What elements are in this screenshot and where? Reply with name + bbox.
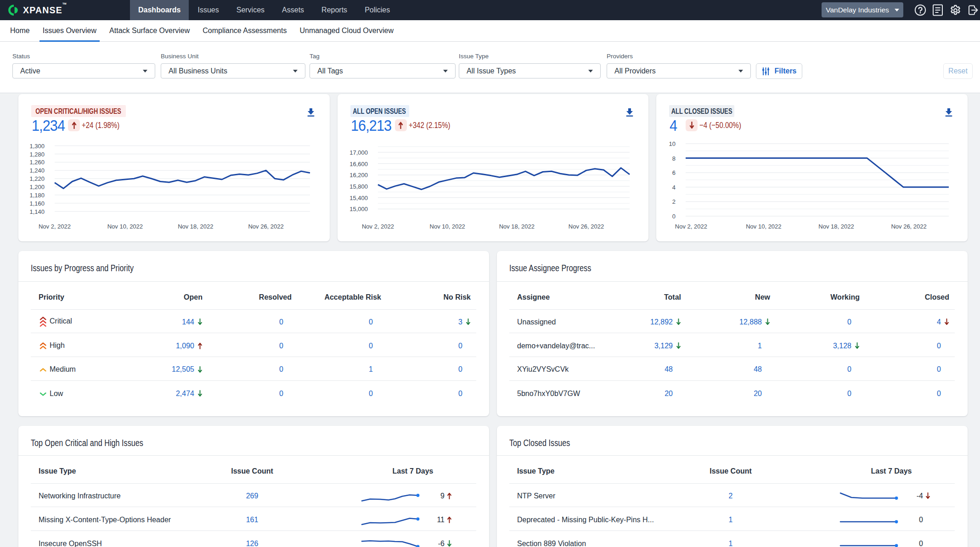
svg-text:4: 4 (672, 184, 676, 191)
svg-text:Nov 26, 2022: Nov 26, 2022 (248, 223, 283, 230)
svg-text:10: 10 (669, 140, 676, 147)
svg-text:Nov 2, 2022: Nov 2, 2022 (675, 223, 707, 230)
svg-text:0: 0 (672, 213, 676, 220)
svg-text:8: 8 (672, 155, 676, 162)
svg-text:1,160: 1,160 (29, 200, 45, 207)
svg-text:Nov 26, 2022: Nov 26, 2022 (891, 223, 927, 230)
svg-text:Nov 2, 2022: Nov 2, 2022 (362, 223, 394, 230)
svg-text:1,220: 1,220 (29, 175, 45, 182)
svg-text:15,400: 15,400 (349, 195, 368, 201)
svg-text:Nov 10, 2022: Nov 10, 2022 (746, 223, 781, 230)
svg-text:2: 2 (672, 198, 676, 205)
svg-text:Nov 10, 2022: Nov 10, 2022 (107, 223, 143, 230)
svg-text:1,240: 1,240 (29, 167, 45, 174)
svg-text:Nov 18, 2022: Nov 18, 2022 (178, 223, 213, 230)
svg-text:1,280: 1,280 (29, 151, 45, 158)
svg-text:15,800: 15,800 (349, 183, 368, 190)
svg-text:Nov 18, 2022: Nov 18, 2022 (819, 223, 854, 230)
svg-text:16,600: 16,600 (349, 161, 368, 167)
svg-text:Nov 18, 2022: Nov 18, 2022 (499, 223, 534, 230)
svg-text:Nov 10, 2022: Nov 10, 2022 (429, 223, 465, 230)
svg-text:1,180: 1,180 (29, 192, 45, 199)
svg-text:17,000: 17,000 (349, 149, 368, 156)
svg-text:16,200: 16,200 (349, 172, 368, 179)
svg-text:6: 6 (672, 169, 676, 176)
svg-text:1,260: 1,260 (29, 159, 45, 166)
svg-text:Nov 26, 2022: Nov 26, 2022 (568, 223, 603, 230)
svg-text:1,300: 1,300 (29, 143, 45, 150)
svg-text:15,000: 15,000 (349, 206, 368, 212)
svg-text:1,200: 1,200 (29, 184, 45, 190)
svg-text:Nov 2, 2022: Nov 2, 2022 (39, 223, 71, 230)
svg-text:1,140: 1,140 (29, 208, 45, 215)
